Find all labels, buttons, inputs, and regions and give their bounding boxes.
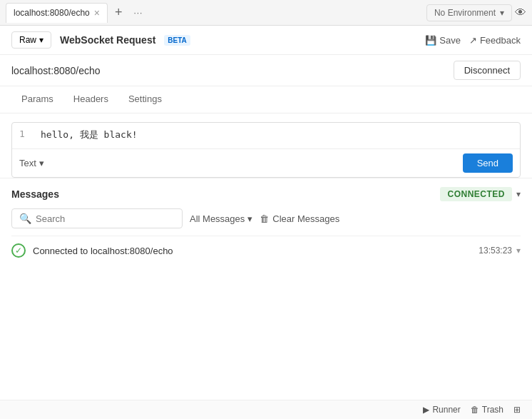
connected-badge: CONNECTED ▾ bbox=[440, 187, 521, 201]
nav-tabs: Params Headers Settings bbox=[0, 86, 532, 113]
tab-close-icon[interactable]: × bbox=[94, 7, 100, 19]
save-button[interactable]: 💾 Save bbox=[425, 35, 461, 46]
message-chevron-icon[interactable]: ▾ bbox=[516, 246, 521, 256]
runner-icon: ▶ bbox=[423, 405, 429, 415]
tab-settings[interactable]: Settings bbox=[118, 86, 172, 113]
ws-request-label: WebSocket Request bbox=[60, 34, 155, 46]
editor-area: 1 hello, 我是 black! Text ▾ Send bbox=[0, 122, 532, 178]
message-left: ✓ Connected to localhost:8080/echo bbox=[11, 243, 173, 258]
eye-button[interactable]: 👁 bbox=[515, 6, 526, 19]
raw-label: Raw bbox=[19, 35, 36, 45]
editor-line[interactable]: 1 hello, 我是 black! bbox=[12, 123, 520, 148]
table-row[interactable]: ✓ Connected to localhost:8080/echo 13:53… bbox=[11, 236, 521, 265]
text-type-selector[interactable]: Text ▾ bbox=[19, 158, 44, 168]
filter-button[interactable]: All Messages ▾ bbox=[190, 213, 252, 224]
line-number: 1 bbox=[19, 128, 34, 139]
feedback-button[interactable]: ↗ Feedback bbox=[469, 35, 521, 46]
resize-button[interactable]: ⊞ bbox=[513, 405, 521, 415]
url-display: localhost:8080/echo bbox=[11, 65, 101, 76]
trash-label: Trash bbox=[482, 405, 503, 415]
message-right: 13:53:23 ▾ bbox=[479, 246, 521, 256]
disconnect-button[interactable]: Disconnect bbox=[454, 61, 521, 80]
messages-section: Messages CONNECTED ▾ 🔍 All Messages ▾ 🗑 … bbox=[0, 178, 532, 265]
connected-status: CONNECTED bbox=[440, 187, 512, 201]
tab-add-button[interactable]: + bbox=[111, 5, 127, 20]
raw-button[interactable]: Raw ▾ bbox=[11, 31, 51, 49]
text-type-label: Text bbox=[19, 158, 36, 168]
messages-title: Messages bbox=[11, 188, 59, 200]
tab-params[interactable]: Params bbox=[11, 86, 63, 113]
search-icon: 🔍 bbox=[19, 213, 31, 224]
runner-button[interactable]: ▶ Runner bbox=[423, 405, 460, 415]
save-label: Save bbox=[439, 35, 461, 46]
message-text: Connected to localhost:8080/echo bbox=[33, 246, 173, 256]
resize-icon: ⊞ bbox=[513, 405, 521, 415]
env-label: No Environment bbox=[434, 8, 496, 18]
environment-selector[interactable]: No Environment ▾ bbox=[426, 4, 512, 21]
editor-content: 1 hello, 我是 black! Text ▾ Send bbox=[11, 122, 521, 178]
tab-headers[interactable]: Headers bbox=[63, 86, 118, 113]
beta-badge: BETA bbox=[164, 35, 190, 46]
raw-chevron-icon: ▾ bbox=[39, 35, 44, 45]
runner-label: Runner bbox=[432, 405, 460, 415]
tab-item[interactable]: localhost:8080/echo × bbox=[6, 3, 108, 23]
save-icon: 💾 bbox=[425, 35, 436, 46]
trash-icon: 🗑 bbox=[260, 213, 269, 224]
url-bar: localhost:8080/echo Disconnect bbox=[0, 55, 532, 86]
connected-check-icon: ✓ bbox=[11, 243, 26, 258]
messages-header: Messages CONNECTED ▾ bbox=[11, 187, 521, 201]
search-input[interactable] bbox=[36, 213, 175, 224]
message-list: ✓ Connected to localhost:8080/echo 13:53… bbox=[11, 236, 521, 265]
filter-chevron-icon: ▾ bbox=[247, 213, 252, 224]
clear-label: Clear Messages bbox=[272, 213, 339, 224]
tab-bar: localhost:8080/echo × + ··· No Environme… bbox=[0, 0, 532, 26]
search-input-wrap[interactable]: 🔍 bbox=[11, 208, 183, 228]
send-button[interactable]: Send bbox=[463, 153, 513, 173]
text-type-chevron-icon: ▾ bbox=[39, 158, 44, 168]
messages-chevron-icon[interactable]: ▾ bbox=[516, 189, 521, 199]
search-bar: 🔍 All Messages ▾ 🗑 Clear Messages bbox=[11, 208, 521, 228]
editor-footer: Text ▾ Send bbox=[12, 148, 520, 177]
tab-more-button[interactable]: ··· bbox=[129, 8, 147, 18]
line-content: hello, 我是 black! bbox=[41, 128, 513, 141]
trash-button[interactable]: 🗑 Trash bbox=[471, 405, 503, 415]
trash-bottom-icon: 🗑 bbox=[471, 405, 479, 415]
filter-label: All Messages bbox=[190, 213, 245, 224]
toolbar: Raw ▾ WebSocket Request BETA 💾 Save ↗ Fe… bbox=[0, 26, 532, 55]
env-chevron-icon: ▾ bbox=[500, 8, 504, 18]
tab-title: localhost:8080/echo bbox=[14, 8, 90, 18]
bottom-bar: ▶ Runner 🗑 Trash ⊞ bbox=[0, 400, 532, 419]
message-time: 13:53:23 bbox=[479, 246, 512, 256]
clear-messages-button[interactable]: 🗑 Clear Messages bbox=[260, 213, 339, 224]
feedback-arrow-icon: ↗ bbox=[469, 35, 477, 46]
feedback-label: Feedback bbox=[480, 35, 521, 46]
